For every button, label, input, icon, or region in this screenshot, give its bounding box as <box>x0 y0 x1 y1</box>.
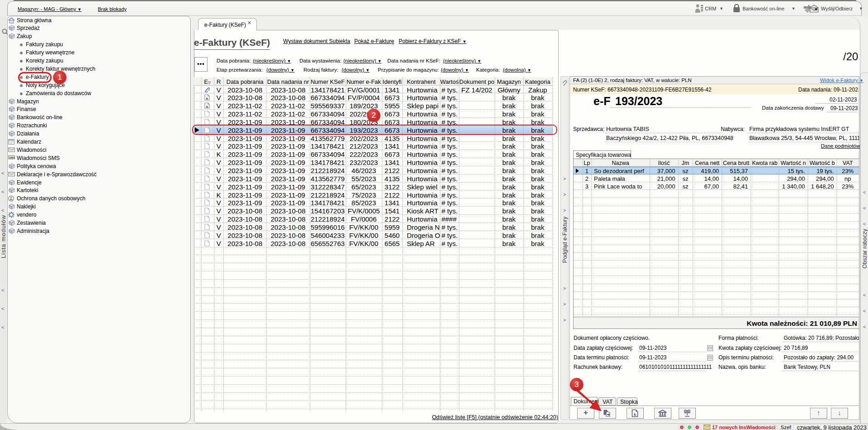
svg-text:k: k <box>206 97 208 101</box>
svg-text:SMS: SMS <box>9 156 15 159</box>
svg-text:k: k <box>206 105 208 109</box>
